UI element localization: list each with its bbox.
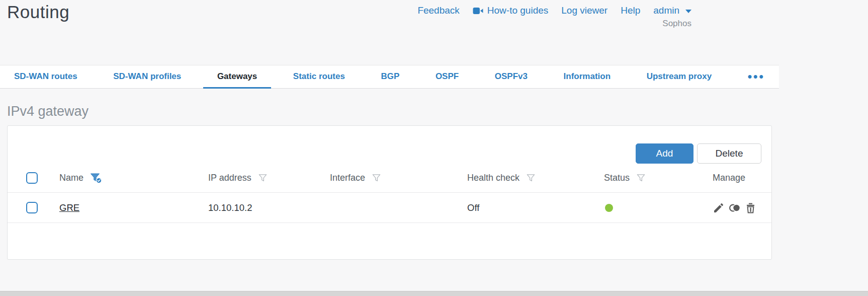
filter-icon[interactable] [636,173,646,183]
top-right-block: Feedback How-to guides Log viewer Help [417,5,691,29]
tab-ospf[interactable]: OSPF [421,65,473,89]
admin-menu[interactable]: admin [653,5,691,16]
header-checkbox-cell [8,172,52,184]
add-button[interactable]: Add [636,143,693,164]
main-column: Routing Feedback How-to guides Log viewe [0,0,779,260]
gateway-name-link[interactable]: GRE [59,202,79,213]
tab-gateways[interactable]: Gateways [203,65,271,89]
clone-icon[interactable] [728,202,741,214]
caret-down-icon [685,10,691,13]
column-label-ip-address: IP address [208,173,251,183]
column-label-name: Name [59,173,83,183]
cell-status [597,204,706,212]
howto-guides-label: How-to guides [487,5,548,16]
select-all-checkbox[interactable] [26,172,38,184]
filter-active-icon[interactable] [90,173,102,184]
filter-icon[interactable] [372,173,381,183]
tab-bar: SD-WAN routes SD-WAN profiles Gateways S… [0,65,779,89]
feedback-link[interactable]: Feedback [417,5,459,16]
section-title: IPv4 gateway [7,104,772,119]
top-nav: Feedback How-to guides Log viewer Help [417,5,691,16]
column-header-status: Status [597,173,706,183]
tab-ospfv3[interactable]: OSPFv3 [481,65,542,89]
row-checkbox-cell [8,202,52,213]
tab-more[interactable]: ••• [734,65,779,89]
page-title: Routing [7,2,69,22]
video-camera-icon [473,7,483,15]
bottom-scrollbar-strip[interactable] [0,291,868,296]
status-dot-green [605,204,613,212]
table-header-row: Name IP address [8,164,771,192]
column-header-manage: Manage [706,173,771,183]
column-header-name: Name [52,173,201,184]
cell-ip-address: 10.10.10.2 [201,202,323,213]
ellipsis-icon: ••• [748,74,765,79]
delete-trash-icon[interactable] [745,202,756,214]
content-area: IPv4 gateway Add Delete Name [0,104,779,260]
column-label-status: Status [604,173,630,183]
column-label-health-check: Health check [467,173,519,183]
tab-sd-wan-profiles[interactable]: SD-WAN profiles [99,65,195,89]
filter-icon[interactable] [526,173,536,183]
column-label-interface: Interface [330,173,365,183]
brand-label: Sophos [417,19,691,29]
help-link[interactable]: Help [621,5,640,16]
delete-button[interactable]: Delete [697,143,761,164]
ipv4-gateway-card: Add Delete Name [7,125,772,260]
column-header-interface: Interface [323,173,460,183]
manage-actions [713,202,756,214]
admin-menu-label: admin [653,5,679,16]
column-label-manage: Manage [713,173,745,183]
tab-sd-wan-routes[interactable]: SD-WAN routes [0,65,92,89]
page: Routing Feedback How-to guides Log viewe [0,0,868,296]
tab-information[interactable]: Information [550,65,625,89]
log-viewer-link[interactable]: Log viewer [561,5,607,16]
howto-guides-link[interactable]: How-to guides [473,5,548,16]
cell-name: GRE [52,202,201,213]
tab-upstream-proxy[interactable]: Upstream proxy [633,65,726,89]
row-checkbox[interactable] [26,202,38,213]
cell-manage [706,202,771,214]
tab-static-routes[interactable]: Static routes [279,65,359,89]
table-row: GRE 10.10.10.2 Off [8,192,771,223]
column-header-ip-address: IP address [201,173,323,183]
tab-bgp[interactable]: BGP [367,65,413,89]
column-header-health-check: Health check [460,173,597,183]
edit-pencil-icon[interactable] [713,202,725,214]
top-header: Routing Feedback How-to guides Log viewe [0,0,779,65]
filter-icon[interactable] [258,173,268,183]
card-toolbar: Add Delete [8,143,761,164]
cell-health-check: Off [460,202,597,213]
